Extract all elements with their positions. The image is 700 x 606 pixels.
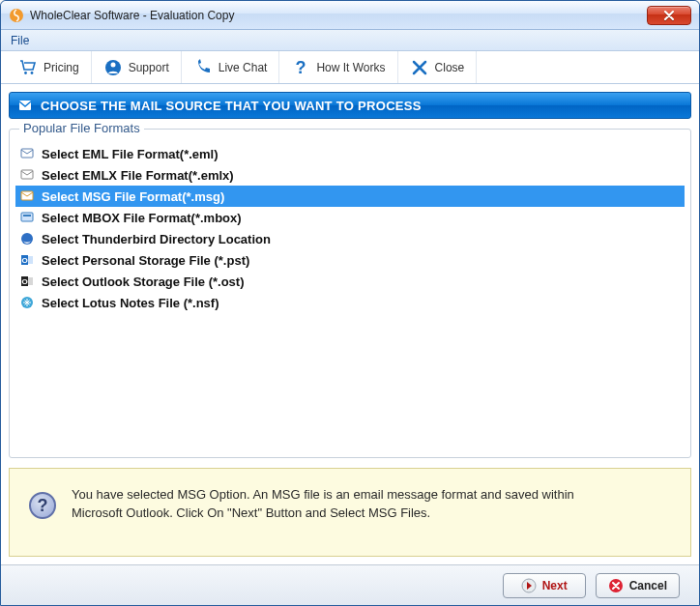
format-item-msg[interactable]: Select MSG File Format(*.msg) bbox=[15, 186, 685, 207]
format-item-emlx[interactable]: Select EMLX File Format(*.emlx) bbox=[15, 164, 685, 186]
app-icon bbox=[9, 8, 24, 23]
info-panel: ? You have selected MSG Option. An MSG f… bbox=[9, 468, 691, 557]
formats-groupbox: Popular File Formats Select EML File For… bbox=[9, 129, 691, 458]
toolbar: Pricing Support Live Chat ? How It Works… bbox=[1, 51, 699, 84]
window-close-button[interactable] bbox=[647, 6, 691, 25]
button-label: Cancel bbox=[629, 579, 667, 592]
toolbar-label: Live Chat bbox=[219, 61, 268, 74]
format-label: Select Thunderbird Directory Location bbox=[42, 232, 271, 246]
cancel-x-icon bbox=[608, 578, 624, 593]
content-area: CHOOSE THE MAIL SOURCE THAT YOU WANT TO … bbox=[1, 84, 699, 564]
svg-point-2 bbox=[31, 72, 34, 74]
app-window: WholeClear Software - Evaluation Copy Fi… bbox=[0, 0, 700, 606]
next-arrow-icon bbox=[521, 578, 537, 593]
toolbar-livechat-button[interactable]: Live Chat bbox=[182, 51, 280, 83]
svg-rect-6 bbox=[19, 101, 31, 110]
toolbar-label: How It Works bbox=[316, 61, 385, 74]
close-icon bbox=[410, 58, 429, 77]
svg-point-1 bbox=[24, 72, 27, 74]
file-icon bbox=[19, 146, 35, 161]
format-label: Select Personal Storage File (*.pst) bbox=[42, 253, 249, 268]
cancel-button[interactable]: Cancel bbox=[596, 573, 680, 598]
format-label: Select MSG File Format(*.msg) bbox=[42, 189, 224, 204]
format-item-nsf[interactable]: Select Lotus Notes File (*.nsf) bbox=[15, 292, 685, 313]
outlook-icon: O bbox=[19, 252, 35, 268]
file-icon bbox=[19, 210, 35, 225]
format-item-thunderbird[interactable]: Select Thunderbird Directory Location bbox=[15, 228, 685, 249]
toolbar-howitworks-button[interactable]: ? How It Works bbox=[279, 51, 397, 83]
format-list: Select EML File Format(*.eml) Select EML… bbox=[15, 143, 685, 313]
window-title: WholeClear Software - Evaluation Copy bbox=[30, 9, 234, 22]
menu-file[interactable]: File bbox=[11, 34, 29, 47]
svg-point-4 bbox=[110, 62, 115, 67]
button-label: Next bbox=[542, 579, 568, 592]
support-icon bbox=[103, 58, 123, 77]
section-icon bbox=[17, 98, 33, 113]
format-item-eml[interactable]: Select EML File Format(*.eml) bbox=[15, 143, 685, 164]
svg-rect-15 bbox=[28, 256, 33, 264]
question-icon: ? bbox=[291, 58, 310, 77]
outlook-icon: O bbox=[19, 274, 35, 289]
toolbar-label: Pricing bbox=[44, 61, 79, 74]
format-item-ost[interactable]: O Select Outlook Storage File (*.ost) bbox=[15, 271, 685, 292]
svg-rect-11 bbox=[23, 215, 31, 216]
section-title: CHOOSE THE MAIL SOURCE THAT YOU WANT TO … bbox=[41, 99, 422, 113]
format-label: Select Outlook Storage File (*.ost) bbox=[42, 274, 244, 289]
format-label: Select MBOX File Format(*.mbox) bbox=[42, 211, 242, 225]
lotus-icon bbox=[19, 295, 35, 310]
thunderbird-icon bbox=[19, 231, 35, 246]
format-label: Select EML File Format(*.eml) bbox=[42, 147, 219, 161]
format-label: Select EMLX File Format(*.emlx) bbox=[42, 168, 234, 183]
section-header: CHOOSE THE MAIL SOURCE THAT YOU WANT TO … bbox=[9, 92, 691, 119]
info-text: You have selected MSG Option. An MSG fil… bbox=[72, 482, 594, 523]
bottom-bar: Next Cancel bbox=[1, 564, 699, 605]
svg-rect-18 bbox=[28, 277, 33, 285]
svg-text:O: O bbox=[21, 277, 27, 286]
format-item-pst[interactable]: O Select Personal Storage File (*.pst) bbox=[15, 249, 685, 271]
svg-rect-10 bbox=[21, 213, 33, 221]
toolbar-label: Support bbox=[129, 61, 169, 74]
svg-text:O: O bbox=[21, 256, 27, 265]
toolbar-label: Close bbox=[435, 61, 465, 74]
menubar: File bbox=[1, 30, 699, 51]
format-item-mbox[interactable]: Select MBOX File Format(*.mbox) bbox=[15, 207, 685, 228]
svg-text:?: ? bbox=[296, 58, 306, 77]
toolbar-support-button[interactable]: Support bbox=[92, 51, 182, 83]
toolbar-pricing-button[interactable]: Pricing bbox=[7, 51, 92, 83]
info-question-icon: ? bbox=[29, 492, 56, 519]
file-icon bbox=[19, 167, 35, 183]
file-icon bbox=[19, 188, 35, 204]
titlebar[interactable]: WholeClear Software - Evaluation Copy bbox=[1, 1, 699, 30]
format-label: Select Lotus Notes File (*.nsf) bbox=[42, 296, 219, 310]
next-button[interactable]: Next bbox=[503, 573, 586, 598]
group-legend: Popular File Formats bbox=[19, 121, 144, 135]
cart-icon bbox=[18, 58, 38, 77]
phone-icon bbox=[193, 58, 213, 77]
toolbar-close-button[interactable]: Close bbox=[398, 51, 478, 83]
